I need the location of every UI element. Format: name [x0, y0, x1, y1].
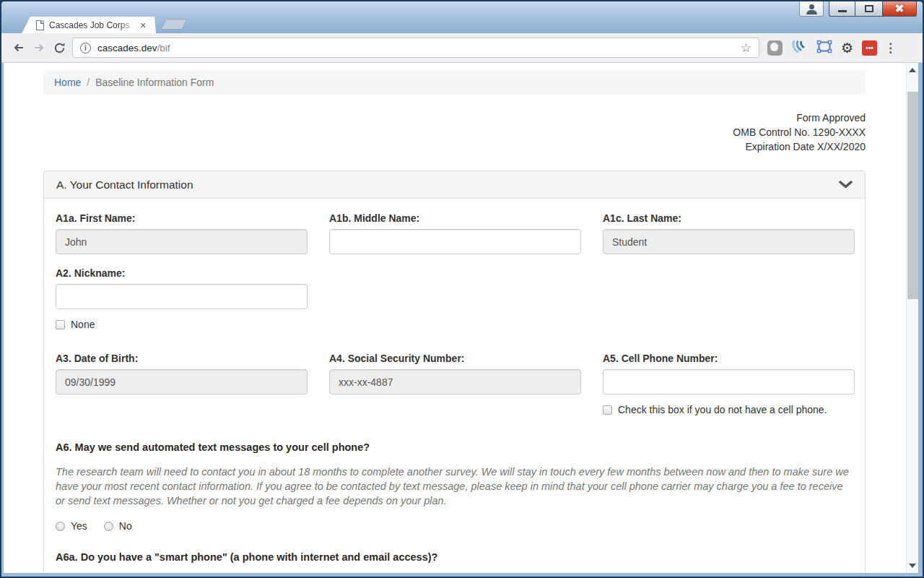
- url-path: /bif: [157, 43, 170, 53]
- breadcrumb-current: Baseline Information Form: [95, 77, 214, 88]
- browser-window: Cascades Job Corps × i: [0, 0, 924, 578]
- page-viewport: Home/Baseline Information Form Form Appr…: [4, 63, 918, 573]
- cell-phone-label: A5. Cell Phone Number:: [603, 353, 855, 364]
- question-a6-options: Yes No: [56, 520, 853, 532]
- a6-option-yes[interactable]: Yes: [56, 520, 87, 532]
- bookmark-star-icon[interactable]: ☆: [741, 42, 751, 54]
- approval-line-1: Form Approved: [43, 111, 866, 125]
- approval-line-3: Expiration Date X/XX/2020: [43, 139, 866, 154]
- section-a-panel: A. Your Contact Information A1a. First N…: [43, 171, 866, 573]
- baseline-information-form-page: Home/Baseline Information Form Form Appr…: [4, 63, 906, 573]
- omb-approval-block: Form Approved OMB Control No. 1290-XXXX …: [43, 111, 866, 154]
- first-name-label: A1a. First Name:: [56, 212, 308, 224]
- a6-option-no[interactable]: No: [104, 520, 132, 532]
- section-a-title: A. Your Contact Information: [56, 178, 193, 191]
- extension-gray-icon[interactable]: [767, 40, 783, 56]
- reload-button[interactable]: [49, 38, 69, 58]
- cell-phone-input[interactable]: [603, 369, 855, 394]
- field-date-of-birth: A3. Date of Birth:: [56, 353, 308, 415]
- extension-waves-icon[interactable]: [791, 39, 808, 57]
- forward-arrow-icon: [32, 41, 45, 54]
- close-window-button[interactable]: [882, 1, 917, 17]
- ssn-input: [329, 369, 581, 394]
- scrollbar-down-button[interactable]: [907, 560, 918, 571]
- a6-no-label: No: [119, 520, 132, 532]
- browser-tab[interactable]: Cascades Job Corps ×: [22, 17, 156, 33]
- site-info-icon[interactable]: i: [80, 43, 91, 53]
- close-icon: [894, 3, 905, 13]
- question-a6-note: The research team will need to contact y…: [56, 465, 853, 508]
- maximize-icon: [865, 5, 873, 12]
- first-name-input: [56, 229, 308, 254]
- middle-name-label: A1b. Middle Name:: [329, 212, 581, 224]
- back-arrow-icon: [12, 41, 25, 54]
- middle-name-input[interactable]: [329, 229, 581, 254]
- dob-label: A3. Date of Birth:: [56, 353, 308, 364]
- extensions-area: ⚙ •••: [767, 39, 877, 57]
- section-a-body: A1a. First Name: A1b. Middle Name: A1c. …: [44, 199, 865, 573]
- person-icon: [809, 4, 814, 9]
- none-checkbox-label: None: [71, 319, 95, 330]
- back-button[interactable]: [9, 38, 29, 58]
- scrollbar-thumb[interactable]: [907, 92, 918, 299]
- new-tab-button[interactable]: [160, 19, 188, 30]
- no-cell-phone-checkbox[interactable]: [603, 405, 612, 415]
- no-cell-phone-option[interactable]: Check this box if you do not have a cell…: [603, 404, 855, 415]
- forward-button[interactable]: [29, 38, 49, 58]
- extension-capture-frame-icon[interactable]: [816, 40, 832, 56]
- scroll-down-arrow-icon: [909, 564, 916, 568]
- breadcrumb: Home/Baseline Information Form: [43, 70, 866, 95]
- minimize-icon: [838, 10, 847, 12]
- nickname-input[interactable]: [56, 284, 308, 309]
- profile-button[interactable]: [799, 1, 824, 17]
- ssn-label: A4. Social Security Number:: [329, 353, 581, 364]
- page-document-icon: [36, 20, 44, 30]
- field-last-name: A1c. Last Name:: [603, 212, 855, 254]
- url-text[interactable]: cascades.dev/bif: [97, 43, 741, 53]
- field-nickname: A2. Nickname: None: [56, 267, 308, 330]
- nickname-label: A2. Nickname:: [56, 267, 308, 279]
- a6-yes-label: Yes: [71, 520, 87, 532]
- extension-red-dots-icon[interactable]: •••: [862, 40, 877, 56]
- none-checkbox[interactable]: [56, 320, 65, 329]
- reload-icon: [53, 42, 66, 54]
- breadcrumb-separator: /: [87, 77, 90, 88]
- browser-menu-icon[interactable]: ⋮: [884, 40, 897, 56]
- browser-toolbar: i cascades.dev/bif ☆ ⚙ ••• ⋮: [1, 33, 923, 63]
- section-a-header[interactable]: A. Your Contact Information: [44, 171, 865, 199]
- dob-input: [56, 369, 308, 394]
- question-a6a: A6a. Do you have a "smart phone" (a phon…: [56, 551, 853, 563]
- last-name-input: [603, 229, 855, 254]
- breadcrumb-home-link[interactable]: Home: [54, 77, 81, 88]
- last-name-label: A1c. Last Name:: [603, 212, 855, 224]
- titlebar: Cascades Job Corps ×: [0, 0, 924, 33]
- tab-close-icon[interactable]: ×: [140, 20, 146, 30]
- vertical-scrollbar[interactable]: [906, 63, 918, 573]
- field-ssn: A4. Social Security Number:: [329, 353, 581, 415]
- url-host: cascades.dev: [97, 43, 157, 53]
- question-a6: A6. May we send automated text messages …: [56, 441, 853, 453]
- window-content-frame: Home/Baseline Information Form Form Appr…: [0, 63, 924, 578]
- a6-no-radio[interactable]: [104, 522, 113, 531]
- field-first-name: A1a. First Name:: [56, 212, 308, 254]
- approval-line-2: OMB Control No. 1290-XXXX: [43, 125, 866, 139]
- scroll-up-arrow-icon: [909, 68, 916, 72]
- tab-title: Cascades Job Corps: [49, 20, 137, 30]
- no-cell-phone-label: Check this box if you do not have a cell…: [618, 404, 827, 415]
- nickname-none-option[interactable]: None: [56, 319, 308, 330]
- address-bar[interactable]: i cascades.dev/bif ☆: [72, 38, 759, 58]
- maximize-button[interactable]: [855, 1, 882, 17]
- a6-yes-radio[interactable]: [56, 522, 65, 531]
- scrollbar-up-button[interactable]: [907, 64, 918, 76]
- minimize-button[interactable]: [829, 1, 855, 17]
- field-cell-phone: A5. Cell Phone Number: Check this box if…: [603, 353, 855, 415]
- field-middle-name: A1b. Middle Name:: [329, 212, 581, 254]
- chevron-down-icon[interactable]: [839, 181, 853, 189]
- window-controls: [799, 1, 917, 17]
- gear-icon[interactable]: ⚙: [841, 41, 853, 55]
